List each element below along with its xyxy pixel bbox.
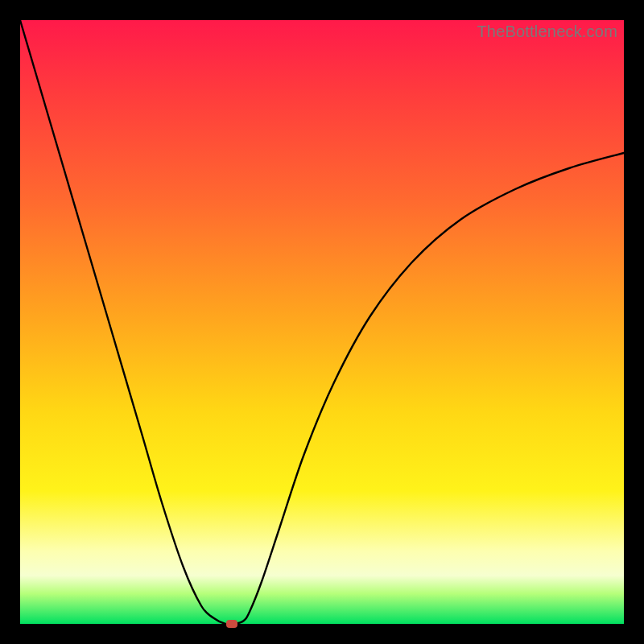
gradient-plot-area: TheBottleneck.com [20, 20, 624, 624]
bottleneck-curve-path [20, 20, 624, 625]
bottleneck-curve [20, 20, 624, 624]
chart-frame: TheBottleneck.com [0, 0, 644, 644]
optimal-point-marker [226, 620, 237, 628]
